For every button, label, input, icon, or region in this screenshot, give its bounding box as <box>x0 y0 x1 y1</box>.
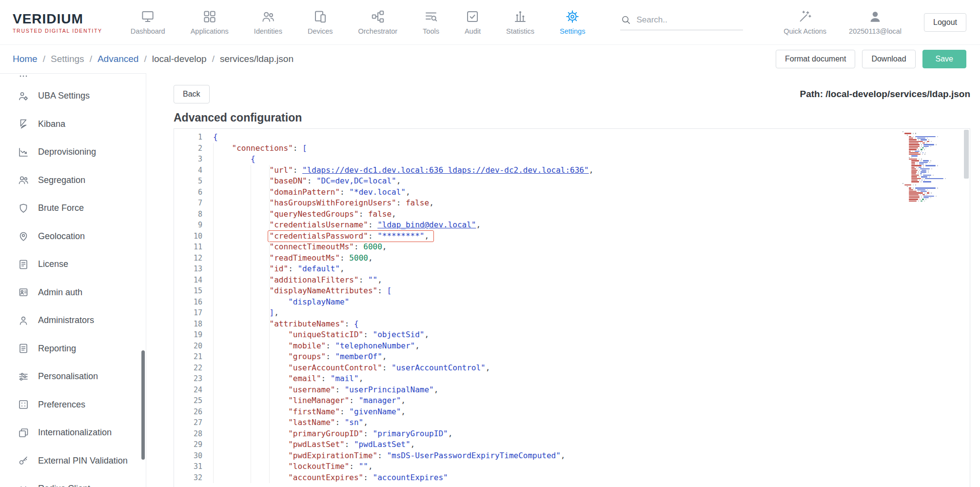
download-button[interactable]: Download <box>862 50 915 68</box>
editor-minimap[interactable] <box>902 131 957 202</box>
minimap-line <box>902 135 957 136</box>
code-line: 1{ <box>174 132 970 143</box>
nav-item-tools[interactable]: Tools <box>423 9 439 35</box>
nav-item-label: Devices <box>308 27 333 35</box>
indent-guide <box>213 176 270 187</box>
sidebar-item-personalisation[interactable]: Personalisation <box>0 363 146 391</box>
editor-scrollbar[interactable] <box>963 129 970 487</box>
nav-item-statistics[interactable]: Statistics <box>506 9 534 35</box>
search-icon <box>620 14 631 25</box>
people-icon <box>261 9 275 24</box>
minimap-line <box>902 175 957 176</box>
indent-guide <box>213 329 288 341</box>
nav-item-label: Applications <box>191 27 229 35</box>
user-menu[interactable]: 20250113@local <box>849 9 902 35</box>
line-number: 12 <box>174 253 202 264</box>
logout-button[interactable]: Logout <box>924 13 966 32</box>
code-line: 26"firstName": "givenName", <box>174 406 970 418</box>
minimap-line <box>902 152 957 153</box>
code-line: 3{ <box>174 154 970 165</box>
indent-guide <box>213 373 288 385</box>
veridium-logo[interactable]: VERIDIUM TRUSTED DIGITAL IDENTITY <box>13 11 102 34</box>
password-highlight-box: "credentialsPassword": "********", <box>268 230 434 242</box>
minimap-line <box>902 173 957 174</box>
sidebar-scrollbar-thumb[interactable] <box>141 350 145 460</box>
save-button[interactable]: Save <box>922 50 966 68</box>
indent-guide <box>213 154 251 165</box>
breadcrumb-segment-settings: Settings <box>51 54 84 64</box>
minimap-line <box>902 194 957 195</box>
grid-icon <box>202 9 217 24</box>
minimap-line <box>902 191 957 192</box>
code-line: 20"mobile": "telephoneNumber", <box>174 341 970 352</box>
nav-item-settings[interactable]: Settings <box>560 9 585 35</box>
sidebar-item-segregation[interactable]: Segregation <box>0 166 146 195</box>
code-area[interactable]: 1{2"connections": [3{4"url": "ldaps://de… <box>174 129 970 483</box>
nav-item-label: Identities <box>254 27 282 35</box>
back-button[interactable]: Back <box>174 85 210 103</box>
sidebar-item-external-pin-validation[interactable]: External PIN Validation <box>0 447 146 475</box>
json-editor[interactable]: 1{2"connections": [3{4"url": "ldaps://de… <box>174 128 970 487</box>
nav-item-identities[interactable]: Identities <box>254 9 282 35</box>
sidebar-item-administrators[interactable]: Administrators <box>0 306 146 335</box>
nav-item-dashboard[interactable]: Dashboard <box>131 9 165 35</box>
breadcrumb-separator: / <box>43 54 45 64</box>
nav-item-label: Statistics <box>506 27 534 35</box>
report-icon <box>18 343 29 354</box>
code-line: 25"lineManager": "manager", <box>174 395 970 406</box>
nav-item-orchestrator[interactable]: Orchestrator <box>358 9 397 35</box>
line-number: 31 <box>174 461 202 472</box>
sidebar-item-deprovisioning[interactable]: Deprovisioning <box>0 138 146 166</box>
top-navigation-bar: VERIDIUM TRUSTED DIGITAL IDENTITY Dashbo… <box>0 0 980 45</box>
sidebar-item-label: License <box>38 259 68 269</box>
nav-item-applications[interactable]: Applications <box>191 9 229 35</box>
code-line: 12"readTimeoutMs": 5000, <box>174 253 970 264</box>
breadcrumb: Home/Settings/Advanced/local-develop/ser… <box>13 54 294 64</box>
minimap-line <box>902 151 957 152</box>
indent-guide <box>213 341 288 352</box>
breadcrumb-segment-home[interactable]: Home <box>13 54 38 64</box>
sidebar-item-admin-auth[interactable]: Admin auth <box>0 279 146 307</box>
line-number: 13 <box>174 264 202 275</box>
editor-scrollbar-thumb[interactable] <box>964 130 969 179</box>
code-line: 17], <box>174 307 970 319</box>
signal-icon <box>18 483 29 487</box>
line-number: 25 <box>174 395 202 406</box>
line-number: 14 <box>174 275 202 286</box>
quick-actions-button[interactable]: Quick Actions <box>784 9 826 35</box>
minimap-line <box>902 201 957 202</box>
indent-guide <box>213 385 288 396</box>
indent-guide <box>213 363 288 374</box>
indent-guide <box>213 231 270 242</box>
line-number: 30 <box>174 450 202 462</box>
sidebar-item-kibana[interactable]: Kibana <box>0 110 146 139</box>
search-input[interactable] <box>636 15 729 25</box>
nav-item-audit[interactable]: Audit <box>465 9 481 35</box>
code-line: 2"connections": [ <box>174 143 970 154</box>
sidebar-item-brute-force[interactable]: Brute Force <box>0 194 146 223</box>
sidebar-item-geolocation[interactable]: Geolocation <box>0 223 146 251</box>
nav-item-devices[interactable]: Devices <box>308 9 333 35</box>
settings-sidebar: UBA SettingsKibanaDeprovisioningSegregat… <box>0 73 146 487</box>
minimap-line <box>902 163 957 164</box>
brand-name: VERIDIUM <box>13 11 102 27</box>
sidebar-item-radius-client[interactable]: Radius Client <box>0 475 146 487</box>
sidebar-item-preferences[interactable]: Preferences <box>0 391 146 419</box>
minimap-line <box>902 141 957 142</box>
sidebar-item-more[interactable] <box>0 74 146 82</box>
sidebar-item-reporting[interactable]: Reporting <box>0 335 146 363</box>
minimap-line <box>902 183 957 184</box>
global-search[interactable] <box>620 14 743 30</box>
sidebar-item-uba-settings[interactable]: UBA Settings <box>0 82 146 110</box>
minimap-line <box>902 170 957 171</box>
indent-guide <box>213 406 288 418</box>
code-line: 6"domainPattern": "*dev.local", <box>174 187 970 198</box>
sidebar-item-label: Preferences <box>38 400 85 410</box>
sidebar-item-internationalization[interactable]: Internationalization <box>0 419 146 447</box>
minimap-line <box>902 184 957 185</box>
veridium-admin-app: VERIDIUM TRUSTED DIGITAL IDENTITY Dashbo… <box>0 0 980 487</box>
sidebar-item-license[interactable]: License <box>0 250 146 279</box>
breadcrumb-segment-advanced[interactable]: Advanced <box>98 54 139 64</box>
code-line: 4"url": "ldaps://dev-dc1.dev.local:636 l… <box>174 165 970 176</box>
format-document-button[interactable]: Format document <box>776 50 855 68</box>
